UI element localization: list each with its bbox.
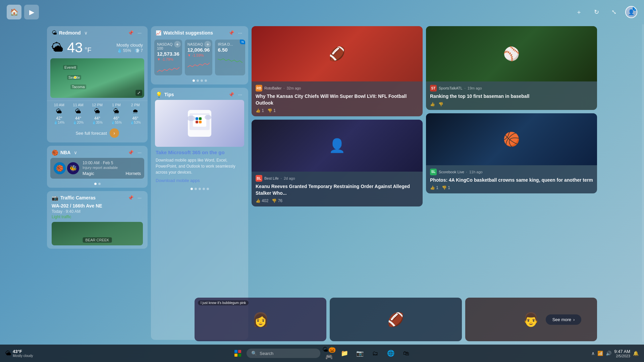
watchlist-dot-1[interactable] — [197, 79, 199, 82]
volume-icon[interactable]: 🔊 — [606, 351, 611, 356]
stock-nasdaq[interactable]: NASDAQ 12,006.96 ▼ -1.59% + — [185, 40, 213, 75]
store-button[interactable]: 🛍 — [399, 347, 413, 360]
system-clock[interactable]: 9:47 AM 2/5/2023 — [614, 349, 630, 358]
stock-nasdaq100[interactable]: NASDAQ 100 12,573.36 ▼ -1.79% + — [154, 40, 182, 75]
tips-download-link[interactable]: Download mobile apps — [151, 178, 248, 183]
traffic-status: Light traffic — [52, 215, 143, 219]
traffic-more-button[interactable]: ··· — [136, 194, 143, 201]
feed-button[interactable]: ▶ — [24, 5, 39, 19]
weather-more-button[interactable]: ··· — [136, 29, 143, 36]
weather-dropdown-button[interactable]: ∨ — [83, 29, 89, 36]
nba-game[interactable]: 🏀 🐝 10:00 AM · Feb 5 Injury report avail… — [50, 158, 144, 179]
top-bar-left: 🏠 ▶ — [7, 5, 39, 19]
keanu-body: BL Best Life · 2d ago Keanu Reeves Grant… — [252, 172, 423, 206]
edge-button[interactable]: 🌐 — [384, 347, 397, 360]
nba-pin-button[interactable]: 📌 — [126, 149, 135, 156]
traffic-header-actions: 📌 ··· — [126, 194, 143, 201]
traffic-pin-button[interactable]: 📌 — [126, 194, 135, 201]
scrollbar[interactable] — [642, 24, 644, 342]
watchlist-dot-3[interactable] — [205, 79, 207, 82]
kc-reaction-up[interactable]: 👍 1 — [256, 108, 264, 113]
minimize-button[interactable]: ⤡ — [608, 6, 620, 18]
hornets-logo: 🐝 — [67, 162, 79, 174]
tips-dot-3[interactable] — [203, 188, 205, 190]
win-square-red — [238, 350, 241, 353]
watchlist-pin-button[interactable]: 📌 — [227, 29, 235, 36]
basketball-headline: Photos: 4A KingCo basketball crowns same… — [430, 177, 593, 184]
notifications-icon[interactable]: 🔔 — [633, 351, 639, 356]
start-button[interactable] — [231, 347, 245, 360]
watchlist-more-button[interactable]: ··· — [237, 29, 244, 36]
keanu-reaction-up[interactable]: 👍 402 — [256, 198, 268, 203]
stock-irsa[interactable]: N IRSA D... 6.50 — [215, 40, 245, 75]
bottom-card-2[interactable]: 🏈 — [330, 298, 462, 341]
add-widget-button[interactable]: ＋ — [573, 6, 585, 18]
tips-pin-button[interactable]: 📌 — [227, 91, 235, 98]
see-more-button[interactable]: See more › — [546, 314, 582, 325]
nba-widget: 🏀 NBA ∨ 📌 ··· 🏀 🐝 10:00 AM · Feb 5 Injur… — [47, 146, 148, 188]
search-bar[interactable]: 🔍 Search — [247, 349, 320, 358]
windows-logo — [234, 350, 241, 357]
watchlist-dot-2[interactable] — [201, 79, 203, 82]
stock-nasdaq100-add[interactable]: + — [174, 41, 181, 48]
nba-dot-0[interactable] — [94, 183, 97, 185]
taskbar: 🌥 43°F Mostly cloudy 🔍 Search 🌤🎃🎮 📁 📷 🗂 … — [0, 345, 644, 362]
camera-button[interactable]: 📷 — [353, 347, 367, 360]
kc-chiefs-image: 🏈 — [252, 26, 423, 81]
network-icon[interactable]: 📶 — [597, 351, 603, 356]
nba-dot-1[interactable] — [98, 183, 101, 185]
tips-more-button[interactable]: ··· — [237, 91, 244, 98]
folder-button[interactable]: 🗂 — [369, 347, 382, 360]
stock-nasdaq-add[interactable]: + — [204, 41, 211, 48]
weather-header: 🌤 Redmond ∨ 📌 ··· — [47, 26, 148, 38]
nba-injury-report: Injury report available — [83, 166, 141, 170]
baseball-reactions: 👍 👎 — [430, 102, 593, 107]
traffic-road: WA-202 / 166th Ave NE — [52, 203, 143, 208]
chevron-up-icon[interactable]: ∧ — [591, 351, 595, 356]
tips-dot-2[interactable] — [199, 188, 201, 190]
file-explorer-button[interactable]: 📁 — [338, 347, 351, 360]
tips-dot-1[interactable] — [195, 188, 197, 190]
refresh-button[interactable]: ↻ — [590, 6, 602, 18]
baseball-image: ⚾ — [426, 26, 597, 81]
widgets-button[interactable]: 🌤🎃🎮 — [322, 347, 336, 360]
taskbar-weather[interactable]: 🌥 43°F Mostly cloudy — [5, 349, 33, 358]
news-card-kc-chiefs[interactable]: 🏈 RB RotoBaller · 32m ago Why The Kansas… — [252, 26, 423, 116]
nba-dropdown-button[interactable]: ∨ — [72, 149, 78, 156]
weather-icon: 🌤 — [52, 30, 57, 36]
kc-reaction-down[interactable]: 👎 1 — [267, 108, 276, 113]
user-avatar[interactable]: 👤 1 — [625, 6, 637, 18]
search-text: Search — [260, 351, 273, 356]
basketball-reaction-down[interactable]: 👎 1 — [442, 185, 450, 190]
tips-dot-4[interactable] — [207, 188, 209, 190]
news-card-baseball[interactable]: ⚾ ST SportsTalkATL · 19m ago Ranking the… — [426, 26, 597, 110]
tips-heading: Take Microsoft 365 on the go — [151, 149, 248, 155]
news-card-keanu[interactable]: 👤 BL Best Life · 2d ago Keanu Reeves Gra… — [252, 120, 423, 206]
clock-date: 2/5/2023 — [614, 354, 630, 358]
nba-game-time: 10:00 AM · Feb 5 — [83, 161, 141, 165]
news-card-basketball[interactable]: 🏀 SL Scorebook Live · 11h ago Photos: 4A… — [426, 113, 597, 194]
weather-header-actions: 📌 ··· — [126, 29, 143, 36]
tips-dot-0[interactable] — [191, 188, 193, 190]
baseball-reaction-up[interactable]: 👍 — [430, 102, 435, 107]
nba-team-logos: 🏀 🐝 — [54, 162, 79, 174]
nba-more-button[interactable]: ··· — [136, 149, 143, 156]
rotoballer-dot: · — [283, 86, 284, 90]
bottom-card-1[interactable]: 👩 I just know it's bubblegum pink — [195, 298, 326, 341]
basketball-reaction-up[interactable]: 👍 1 — [430, 185, 438, 190]
weather-title-row: 🌤 Redmond ∨ — [52, 29, 89, 36]
forecast-item-2: 12 PM 🌦 44° 💧35% — [92, 103, 103, 124]
keanu-reaction-down[interactable]: 👎 76 — [272, 198, 282, 203]
svg-rect-7 — [196, 121, 198, 123]
weather-pin-button[interactable]: 📌 — [126, 29, 135, 36]
home-button[interactable]: 🏠 — [7, 5, 21, 19]
stock-nasdaq-value: 12,006.96 — [187, 47, 210, 53]
see-forecast-link[interactable]: See full forecast — [75, 131, 107, 136]
watchlist-dot-0[interactable] — [193, 79, 195, 82]
basketball-time: 11h ago — [469, 170, 483, 174]
forecast-arrow-button[interactable]: › — [110, 128, 119, 138]
nba-team2: Hornets — [125, 171, 141, 176]
taskbar-weather-info: 43°F Mostly cloudy — [13, 349, 33, 358]
baseball-reaction-down[interactable]: 👎 — [438, 102, 443, 107]
map-expand-button[interactable]: ⤢ — [136, 90, 142, 96]
